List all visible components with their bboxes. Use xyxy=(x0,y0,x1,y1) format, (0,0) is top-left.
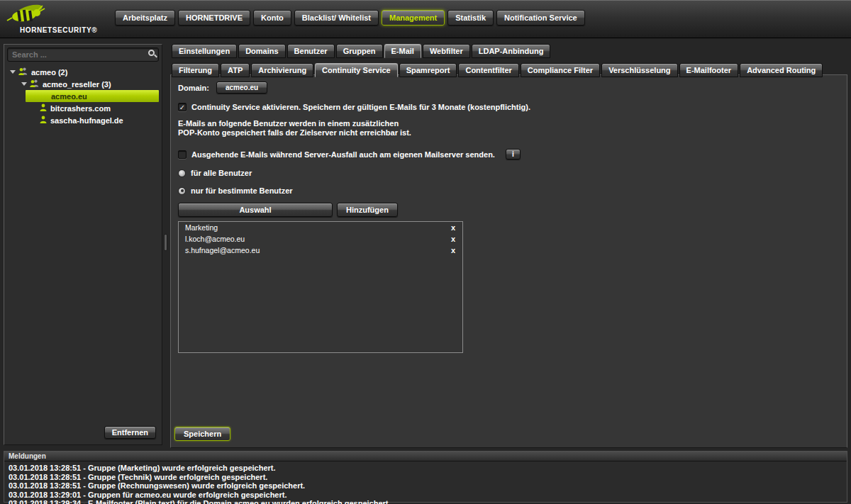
tree-item-label: acmeo.eu xyxy=(51,92,87,101)
tab-benutzer[interactable]: Benutzer xyxy=(287,44,335,58)
tab-advanced-routing[interactable]: Advanced Routing xyxy=(740,63,823,77)
list-item-label: s.hufnagel@acmeo.eu xyxy=(185,246,260,254)
expander-icon[interactable] xyxy=(21,82,27,86)
main-area: Einstellungen Domains Benutzer Gruppen E… xyxy=(170,44,847,448)
tree-item-label: acmeo (2) xyxy=(31,68,67,77)
nav-hornetdrive[interactable]: HORNETDRIVE xyxy=(178,10,250,26)
continuity-service-panel: Domain: acmeo.eu ✓ Continuity Service ak… xyxy=(170,74,847,448)
tab-spamreport[interactable]: Spamreport xyxy=(399,63,457,77)
tree-item-acmeo-reseller[interactable]: acmeo_reseller (3) xyxy=(4,78,162,90)
tab-contentfilter[interactable]: Contentfilter xyxy=(458,63,518,77)
tab-email[interactable]: E-Mail xyxy=(384,44,421,58)
remove-item-button[interactable]: x xyxy=(450,223,457,232)
tree-item-acmeo[interactable]: acmeo (2) xyxy=(4,66,162,78)
tree-item-bitcrashers[interactable]: bitcrashers.com xyxy=(4,102,162,114)
customer-tree: acmeo (2) acmeo_reseller (3) acmeo.eu xyxy=(4,66,162,126)
tab-filterung[interactable]: Filterung xyxy=(172,63,219,77)
nav-notification-service[interactable]: Notification Service xyxy=(496,10,585,26)
tree-item-label: sascha-hufnagel.de xyxy=(50,116,123,125)
search-icon[interactable] xyxy=(148,50,155,56)
speichern-button[interactable]: Speichern xyxy=(174,427,230,441)
message-line: 03.01.2018 13:28:51 - Gruppe (Marketing)… xyxy=(9,464,842,473)
user-icon xyxy=(40,103,47,113)
message-line: 03.01.2018 13:29:01 - Gruppen für acmeo.… xyxy=(9,491,842,500)
nav-management[interactable]: Management xyxy=(382,10,445,26)
tab-webfilter[interactable]: Webfilter xyxy=(423,44,470,58)
tree-item-label: acmeo_reseller (3) xyxy=(43,80,111,89)
sidebar: acmeo (2) acmeo_reseller (3) acmeo.eu xyxy=(4,44,162,445)
list-item[interactable]: Marketing x xyxy=(179,222,462,233)
auswahl-button[interactable]: Auswahl xyxy=(178,203,333,217)
tree-item-sascha-hufnagel[interactable]: sascha-hufnagel.de xyxy=(4,114,162,126)
messages-panel: Meldungen 03.01.2018 13:28:51 - Gruppe (… xyxy=(4,451,847,503)
continuity-activate-label: Continuity Service aktivieren. Speichern… xyxy=(191,103,530,111)
tab-verschluesselung[interactable]: Verschlüsselung xyxy=(601,63,677,77)
domain-selector-button[interactable]: acmeo.eu xyxy=(216,82,267,94)
tab-archivierung[interactable]: Archivierung xyxy=(251,63,313,77)
radio-specific-users[interactable] xyxy=(178,187,186,195)
tab-atp[interactable]: ATP xyxy=(221,63,250,77)
tab-compliance-filter[interactable]: Compliance Filter xyxy=(521,63,600,77)
primary-tabs: Einstellungen Domains Benutzer Gruppen E… xyxy=(170,44,847,58)
tab-einstellungen[interactable]: Einstellungen xyxy=(172,44,237,58)
recipient-listbox: Marketing x l.koch@acmeo.eu x s.hufnagel… xyxy=(178,221,463,353)
group-icon xyxy=(18,67,28,77)
remove-item-button[interactable]: x xyxy=(450,246,457,254)
pop-info-text: E-Mails an folgende Benutzer werden in e… xyxy=(178,119,840,138)
tab-continuity-service[interactable]: Continuity Service xyxy=(315,63,398,77)
tree-item-label: bitcrashers.com xyxy=(50,104,111,113)
entfernen-button[interactable]: Entfernen xyxy=(104,426,156,439)
list-item-label: Marketing xyxy=(185,223,218,232)
continuity-activate-checkbox[interactable]: ✓ xyxy=(178,103,187,111)
message-line: 03.01.2018 13:28:51 - Gruppe (Technik) w… xyxy=(9,473,842,482)
outgoing-mail-checkbox[interactable] xyxy=(178,150,187,159)
tab-emailfooter[interactable]: E-Mailfooter xyxy=(679,63,739,77)
list-item[interactable]: l.koch@acmeo.eu x xyxy=(179,233,462,245)
search-input[interactable] xyxy=(7,47,159,62)
expander-icon[interactable] xyxy=(10,70,16,74)
messages-title: Meldungen xyxy=(4,452,847,461)
secondary-tabs: Filterung ATP Archivierung Continuity Se… xyxy=(170,63,847,77)
splitter-handle[interactable] xyxy=(164,234,167,251)
tree-item-acmeo-eu[interactable]: acmeo.eu xyxy=(26,90,159,102)
list-item[interactable]: s.hufnagel@acmeo.eu x xyxy=(179,245,462,256)
main-nav: Arbeitsplatz HORNETDRIVE Konto Blacklist… xyxy=(115,10,585,26)
nav-konto[interactable]: Konto xyxy=(253,10,291,26)
list-item-label: l.koch@acmeo.eu xyxy=(185,235,245,243)
nav-arbeitsplatz[interactable]: Arbeitsplatz xyxy=(115,10,175,26)
app-header: HORNETSECURITY® Arbeitsplatz HORNETDRIVE… xyxy=(0,0,851,38)
remove-item-button[interactable]: x xyxy=(450,235,457,243)
outgoing-mail-label: Ausgehende E-Mails während Server-Ausfal… xyxy=(191,150,495,159)
message-line: 03.01.2018 13:28:51 - Gruppe (Rechnungsw… xyxy=(9,481,842,491)
domain-label: Domain: xyxy=(178,84,209,92)
radio-specific-users-label: nur für bestimmte Benutzer xyxy=(191,186,293,195)
group-icon xyxy=(30,79,39,89)
nav-statistik[interactable]: Statistik xyxy=(447,10,494,26)
tab-ldap-anbindung[interactable]: LDAP-Anbindung xyxy=(472,44,551,58)
radio-all-users[interactable] xyxy=(178,169,186,177)
tab-domains[interactable]: Domains xyxy=(238,44,285,58)
nav-blacklist-whitelist[interactable]: Blacklist/ Whitelist xyxy=(294,10,379,26)
radio-all-users-label: für alle Benutzer xyxy=(191,169,252,177)
hinzufuegen-button[interactable]: Hinzufügen xyxy=(337,203,398,217)
message-line: 03.01.2018 13:29:34 - E-Mailfooter (Plai… xyxy=(9,499,842,504)
user-icon xyxy=(40,116,47,125)
tab-gruppen[interactable]: Gruppen xyxy=(336,44,383,58)
brand-text: HORNETSECURITY® xyxy=(20,26,97,34)
info-button[interactable]: i xyxy=(506,149,521,159)
